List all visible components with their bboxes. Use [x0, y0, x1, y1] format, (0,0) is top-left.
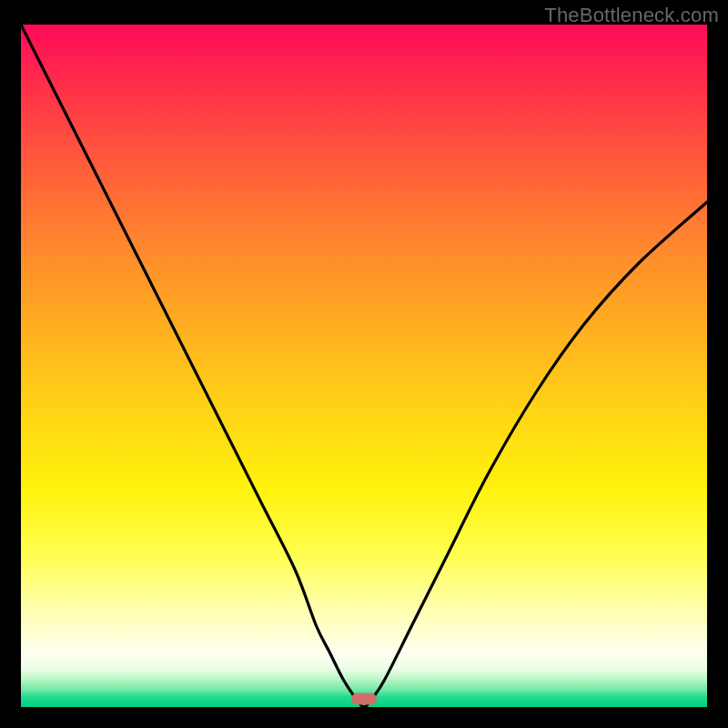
minimum-marker [351, 693, 377, 705]
watermark-text: TheBottleneck.com [544, 4, 719, 27]
chart-frame: TheBottleneck.com [0, 0, 728, 728]
bottleneck-curve [21, 25, 707, 707]
plot-area [21, 25, 707, 707]
